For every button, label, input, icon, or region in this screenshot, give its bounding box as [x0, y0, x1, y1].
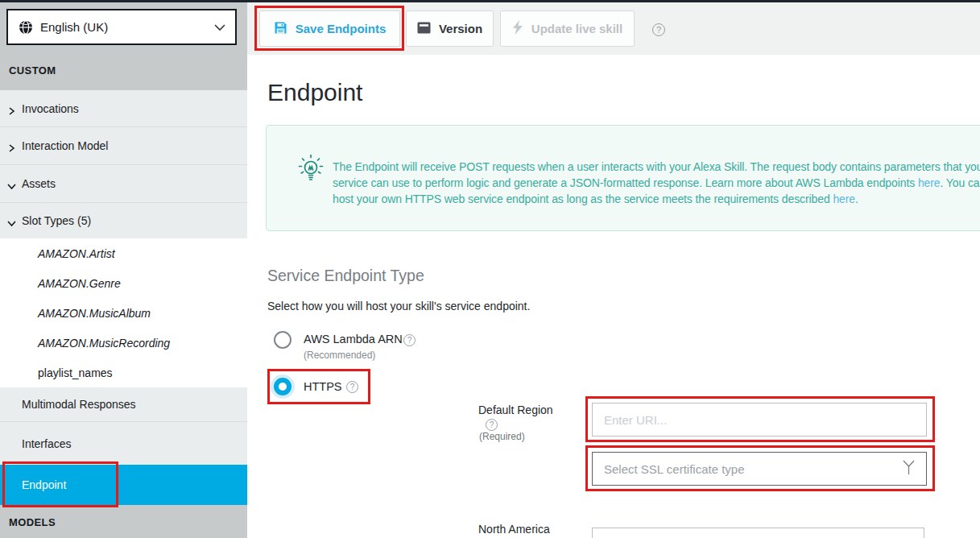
- chevron-down-icon: [7, 180, 16, 192]
- models-section-header: MODELS: [9, 516, 56, 528]
- lightbulb-icon: [296, 154, 326, 189]
- info-banner: The Endpoint will receive POST requests …: [266, 125, 980, 231]
- sidebar-language-section: English (UK) CUSTOM: [0, 2, 247, 90]
- aws-lambda-arn-label[interactable]: AWS Lambda ARN: [304, 333, 403, 346]
- north-america-input[interactable]: [592, 528, 924, 538]
- service-endpoint-type-subheading: Select how you will host your skill's se…: [267, 300, 530, 312]
- save-icon: [274, 21, 287, 37]
- slot-type-label: AMAZON.Artist: [38, 247, 115, 260]
- chevron-down-icon: [214, 20, 225, 35]
- version-label: Version: [439, 22, 482, 35]
- lambda-endpoints-here-link[interactable]: here: [918, 176, 941, 189]
- info-banner-text: The Endpoint will receive POST requests …: [333, 159, 980, 207]
- required-note: (Required): [479, 431, 525, 442]
- app-screen: English (UK) CUSTOM Invocations Interact…: [0, 0, 980, 538]
- sidebar: English (UK) CUSTOM Invocations Interact…: [0, 2, 247, 538]
- toolbar: Save Endpoints Version Update live skill…: [247, 2, 980, 55]
- requirements-here-link[interactable]: here: [833, 192, 855, 205]
- sidebar-slot-type-amazon-musicrecording[interactable]: AMAZON.MusicRecording: [0, 328, 247, 358]
- sidebar-item-label: Assets: [22, 177, 56, 190]
- toolbar-help-icon[interactable]: ?: [652, 23, 665, 36]
- sidebar-slot-type-playlist-names[interactable]: playlist_names: [0, 358, 247, 387]
- help-glyph: ?: [407, 337, 412, 345]
- slot-type-label: AMAZON.MusicAlbum: [38, 307, 151, 320]
- sidebar-item-label: Interaction Model: [22, 139, 108, 152]
- sidebar-item-assets[interactable]: Assets: [0, 165, 247, 203]
- sidebar-item-label: Multimodal Responses: [22, 398, 136, 411]
- language-selector[interactable]: English (UK): [6, 9, 237, 45]
- language-label: English (UK): [40, 20, 214, 34]
- sidebar-slot-type-amazon-genre[interactable]: AMAZON.Genre: [0, 268, 247, 298]
- sidebar-item-endpoint[interactable]: Endpoint: [0, 465, 247, 505]
- sidebar-item-label: Invocations: [22, 102, 79, 115]
- save-endpoints-label: Save Endpoints: [296, 22, 387, 35]
- select-caret-icon: [903, 460, 915, 478]
- info-line2-text-post: . You can: [941, 176, 980, 189]
- version-archive-icon: [417, 22, 431, 36]
- sidebar-item-slot-types[interactable]: Slot Types (5): [0, 203, 247, 238]
- aws-lambda-help-icon[interactable]: ?: [403, 334, 416, 346]
- sidebar-slot-type-amazon-musicalbum[interactable]: AMAZON.MusicAlbum: [0, 298, 247, 328]
- default-region-label: Default Region: [478, 404, 553, 416]
- sidebar-item-invocations[interactable]: Invocations: [0, 90, 247, 127]
- info-line1: The Endpoint will receive POST requests …: [333, 160, 980, 173]
- sidebar-item-label: Interfaces: [22, 437, 71, 450]
- service-endpoint-type-heading: Service Endpoint Type: [267, 267, 424, 285]
- https-label[interactable]: HTTPS: [304, 380, 342, 393]
- info-line3-text-post: .: [855, 192, 858, 205]
- sidebar-item-multimodal-responses[interactable]: Multimodal Responses: [0, 387, 247, 422]
- sidebar-item-interaction-model[interactable]: Interaction Model: [0, 127, 247, 165]
- info-line3-text: host your own HTTPS web service endpoint…: [333, 192, 833, 205]
- update-live-skill-button: Update live skill: [500, 10, 635, 47]
- north-america-label: North America: [478, 523, 550, 536]
- slot-type-label: AMAZON.Genre: [38, 277, 121, 290]
- custom-section-header: CUSTOM: [9, 64, 56, 77]
- default-region-help-icon[interactable]: ?: [486, 419, 498, 431]
- help-glyph: ?: [350, 383, 355, 391]
- sidebar-models-section: MODELS: [0, 505, 247, 538]
- slot-type-label: playlist_names: [38, 366, 113, 379]
- chevron-down-icon: [7, 217, 16, 230]
- aws-lambda-arn-radio[interactable]: [274, 331, 292, 349]
- sidebar-slot-type-amazon-artist[interactable]: AMAZON.Artist: [0, 238, 247, 268]
- recommended-note: (Recommended): [304, 350, 375, 361]
- sidebar-item-interfaces[interactable]: Interfaces: [0, 422, 247, 465]
- ssl-certificate-select[interactable]: Select SSL certificate type: [592, 452, 927, 486]
- version-button[interactable]: Version: [406, 10, 494, 47]
- save-endpoints-button[interactable]: Save Endpoints: [259, 10, 400, 47]
- help-glyph: ?: [490, 421, 494, 429]
- https-help-icon[interactable]: ?: [346, 381, 358, 393]
- ssl-certificate-placeholder: Select SSL certificate type: [604, 462, 903, 476]
- chevron-right-icon: [7, 142, 15, 155]
- update-live-skill-label: Update live skill: [531, 22, 622, 35]
- uri-input[interactable]: [592, 403, 927, 437]
- lightning-icon: [512, 20, 523, 37]
- page-title: Endpoint: [267, 79, 362, 106]
- help-glyph: ?: [656, 26, 661, 35]
- chevron-right-icon: [7, 105, 15, 118]
- sidebar-item-label: Slot Types (5): [22, 214, 91, 227]
- slot-type-label: AMAZON.MusicRecording: [38, 337, 170, 350]
- sidebar-item-label: Endpoint: [22, 478, 66, 491]
- globe-icon: [19, 20, 33, 35]
- info-line2-text: service can use to perform logic and gen…: [333, 176, 918, 189]
- https-radio[interactable]: [274, 378, 292, 395]
